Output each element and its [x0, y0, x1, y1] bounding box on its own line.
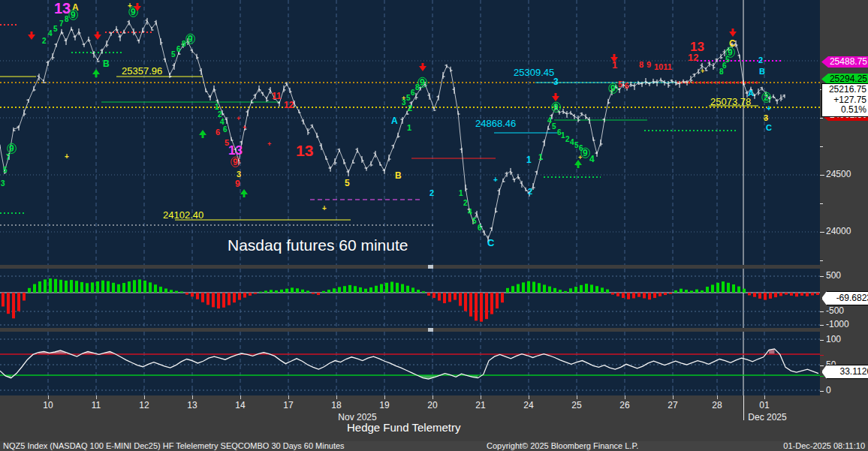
histogram-bar: [643, 293, 646, 298]
price-path: [366, 164, 371, 169]
price-path: [263, 94, 267, 99]
price-path: [344, 161, 348, 173]
price-path: [411, 96, 416, 104]
count-annotation: 3: [553, 77, 559, 87]
price-path: [294, 104, 299, 111]
count-annotation: 1: [459, 189, 463, 197]
count-annotation: 1: [407, 123, 411, 132]
count-annotation: 2: [429, 188, 434, 197]
histogram-bar: [553, 288, 556, 293]
sell-arrow-icon: [552, 93, 559, 101]
date-label: 12: [139, 400, 149, 410]
histogram-bar: [406, 286, 409, 293]
price-path: [161, 41, 165, 60]
axis-tick: [820, 391, 824, 392]
count-annotation: B: [759, 67, 765, 76]
price-level-label: 25357.96: [122, 65, 162, 77]
histogram-bar: [327, 290, 330, 293]
date-label: 28: [712, 400, 722, 410]
last-price-box[interactable]: 25216.75+127.750.51%: [821, 83, 868, 117]
price-chart-canvas: 25357.9624102.4025073.7825309.4524868.46…: [0, 0, 820, 265]
histogram-indicator-panel[interactable]: [0, 269, 820, 328]
histogram-bar: [254, 293, 257, 294]
last-price-line: 25216.75: [823, 85, 866, 95]
oscillator-value-badge: 33.1126: [821, 365, 868, 379]
panel-resize-handle[interactable]: [428, 265, 433, 269]
histogram-bar: [354, 286, 357, 293]
date-tick: [384, 395, 385, 399]
price-path: [79, 32, 84, 45]
count-annotation: 1: [526, 155, 532, 165]
histogram-bar: [143, 281, 146, 293]
timestamp-text: 01-Dec-2025 08:11:10: [783, 441, 865, 451]
price-path: [522, 184, 526, 189]
oscillator-line: [0, 349, 818, 379]
histogram-bar: [322, 291, 325, 293]
histogram-bar: [716, 283, 719, 293]
price-axis[interactable]: 245002400025488.7525294.2524962.5025216.…: [820, 0, 868, 441]
price-alert-high-badge[interactable]: 25488.75: [821, 56, 868, 68]
date-label: 25: [571, 400, 581, 410]
histogram-bar: [228, 293, 231, 305]
count-annotation: 2: [764, 92, 769, 103]
histogram-bar: [201, 293, 204, 302]
histogram-bar: [180, 291, 183, 293]
buy-arrow-icon: [92, 69, 100, 77]
histogram-bar: [616, 293, 619, 296]
count-annotation: 9: [420, 77, 425, 88]
count-annotation: 2: [758, 56, 763, 65]
date-tick: [529, 395, 529, 399]
count-annotation: +: [322, 204, 327, 212]
histogram-bar: [459, 293, 462, 306]
histogram-bar: [769, 293, 772, 299]
histogram-bar: [23, 293, 26, 301]
histogram-bar: [348, 285, 351, 293]
count-annotation: 1011: [654, 62, 672, 71]
sell-arrow-icon: [94, 32, 101, 40]
histogram-bar: [149, 282, 152, 293]
price-path: [380, 164, 384, 171]
histogram-bar: [779, 293, 782, 296]
count-annotation: 9: [131, 7, 136, 17]
histogram-bar: [185, 293, 188, 295]
date-label: 21: [475, 400, 485, 410]
histogram-bar: [427, 293, 430, 296]
histogram-bar: [422, 291, 425, 293]
count-annotation: 8: [65, 15, 69, 23]
histogram-bar: [564, 291, 567, 293]
price-path: [62, 32, 66, 41]
date-axis[interactable]: Hedge Fund Telemetry 1011121314171819202…: [0, 395, 820, 441]
histogram-bar: [443, 293, 446, 303]
histogram-bar: [480, 293, 483, 322]
panel-resize-handle[interactable]: [428, 328, 433, 332]
date-label: 27: [668, 400, 677, 410]
price-path: [152, 23, 156, 29]
price-path: [255, 89, 259, 96]
count-annotation: +: [578, 154, 582, 161]
price-chart-panel[interactable]: 25357.9624102.4025073.7825309.4524868.46…: [0, 0, 820, 265]
count-annotation: 9: [583, 148, 588, 158]
date-label: 11: [92, 400, 101, 410]
price-path: [589, 120, 593, 139]
histogram-bar: [385, 283, 388, 293]
price-path: [19, 113, 24, 128]
count-annotation: C: [766, 123, 772, 132]
histogram-bar: [680, 289, 683, 293]
oscillator-indicator-panel[interactable]: [0, 332, 820, 395]
count-annotation: 2: [42, 37, 47, 45]
count-annotation: 9: [233, 157, 238, 167]
axis-tick-label: 100: [826, 334, 841, 344]
count-annotation: 9: [610, 83, 616, 94]
histogram-bar: [249, 293, 252, 296]
histogram-value-badge: -69.6823: [821, 291, 868, 305]
count-annotation: 6: [625, 82, 629, 90]
price-path: [398, 120, 402, 135]
histogram-bar: [501, 293, 504, 302]
histogram-bar: [648, 293, 651, 299]
count-annotation: +: [701, 68, 704, 75]
date-label: 26: [619, 400, 629, 410]
histogram-bar: [285, 289, 288, 293]
price-path: [227, 120, 231, 139]
price-path: [192, 51, 197, 56]
histogram-bar: [795, 293, 798, 296]
